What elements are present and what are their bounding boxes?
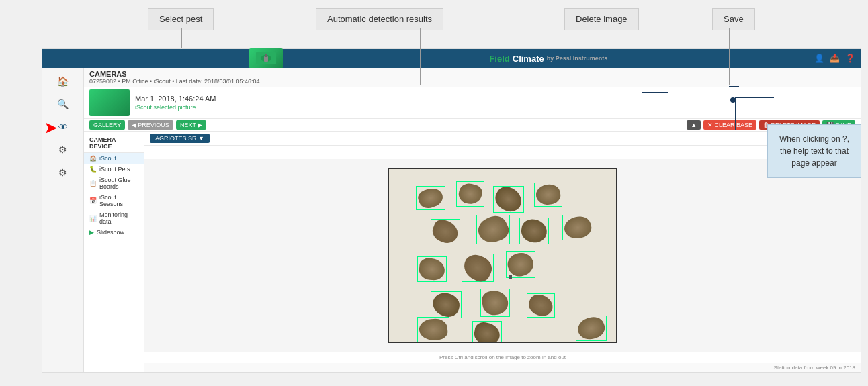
brand-field: Field xyxy=(489,54,509,64)
iscout-label: iScout xyxy=(99,155,116,162)
content-area: CAMERAS 07259082 • PM Office • iScout • … xyxy=(84,68,861,372)
slideshow-icon: ▶ xyxy=(89,229,94,236)
brand-logo: FieldClimate by Pessl Instruments xyxy=(489,54,607,64)
station-date: Mar 1, 2018, 1:46:24 AM xyxy=(135,95,216,103)
sidebar-icon-settings[interactable]: ⚙ xyxy=(50,139,77,160)
tooltip-delete-image: Delete image xyxy=(564,8,639,30)
sidebar-icon-search[interactable]: 🔍 xyxy=(50,93,77,115)
camera-image-container[interactable] xyxy=(144,159,861,352)
sidebar-item-slideshow[interactable]: ▶ Slideshow xyxy=(84,227,144,238)
previous-button[interactable]: ◀ PREVIOUS xyxy=(128,120,173,130)
left-panel: CAMERA DEVICE 🏠 iScout 🐛 iScout Pets 📋 i… xyxy=(84,132,144,372)
caption-text: Press Ctrl and scroll on the image to zo… xyxy=(439,354,566,360)
breadcrumb-bar: CAMERAS 07259082 • PM Office • iScout • … xyxy=(84,68,861,87)
content-inner: CAMERA DEVICE 🏠 iScout 🐛 iScout Pets 📋 i… xyxy=(84,132,861,372)
sidebar-item-monitoring[interactable]: 📊 Monitoring data xyxy=(84,209,144,227)
gallery-label: GALLERY xyxy=(93,122,121,128)
previous-icon: ◀ xyxy=(132,122,136,128)
tooltip-line-pest xyxy=(181,28,182,48)
pest-selector-row: AGRIOTES SR ▼ xyxy=(144,132,861,146)
device-nav-left: GALLERY ◀ PREVIOUS NEXT ▶ xyxy=(89,120,206,130)
next-button[interactable]: NEXT ▶ xyxy=(176,120,206,130)
small-moth-dot xyxy=(509,275,512,279)
section-title: CAMERAS xyxy=(89,70,855,78)
help-popup: When clicking on ?, the help text to tha… xyxy=(767,124,861,178)
sidebar-item-iscout-pets[interactable]: 🐛 iScout Pets xyxy=(84,164,144,175)
next-label: NEXT xyxy=(180,122,196,128)
image-area: AGRIOTES SR ▼ ● Helicoverpa armigera 🔵 xyxy=(144,132,861,372)
tooltip-line-detection xyxy=(420,28,421,85)
status-text: Station data from week 09 in 2018 xyxy=(774,365,855,371)
brand-climate: Climate xyxy=(513,54,544,64)
svg-rect-3 xyxy=(265,54,267,57)
tooltip-save: Save xyxy=(712,8,755,30)
glue-boards-icon: 📋 xyxy=(89,180,97,187)
monitoring-icon: 📊 xyxy=(89,215,97,222)
sidebar: 🏠 🔍 👁 ⚙ ⚙ xyxy=(42,68,84,372)
svg-rect-2 xyxy=(264,56,268,62)
connection-dot-help xyxy=(730,97,736,103)
previous-label: PREVIOUS xyxy=(138,122,169,128)
clear-base-label: ✕ CLEAR BASE xyxy=(707,122,752,128)
device-nav: GALLERY ◀ PREVIOUS NEXT ▶ ▲ ✕ CLEAR BASE xyxy=(84,119,861,132)
status-bar: Station data from week 09 in 2018 xyxy=(144,363,861,372)
help-popup-text: When clicking on ?, the help text to tha… xyxy=(779,134,849,168)
annotation-line-delete-h xyxy=(642,92,668,93)
help-icon[interactable]: ❓ xyxy=(845,54,855,63)
camera-image[interactable] xyxy=(388,168,617,343)
sidebar-item-seasons[interactable]: 📅 iScout Seasons xyxy=(84,192,144,209)
tooltip-auto-detection-label: Automatic detection results xyxy=(327,14,432,24)
annotation-line-help-v xyxy=(735,97,736,130)
iscout-icon: 🏠 xyxy=(89,155,97,162)
tooltip-line-save xyxy=(729,28,730,85)
monitoring-label: Monitoring data xyxy=(99,211,138,225)
upload-button[interactable]: ▲ xyxy=(687,120,701,130)
station-gallery-row: Mar 1, 2018, 1:46:24 AM iScout selected … xyxy=(84,87,861,119)
sidebar-icon-home[interactable]: 🏠 xyxy=(50,70,77,92)
pest-dropdown[interactable]: AGRIOTES SR ▼ xyxy=(150,134,210,143)
annotation-line-save-h xyxy=(729,86,739,87)
slideshow-label: Slideshow xyxy=(97,229,124,236)
pest-dropdown-label: AGRIOTES SR ▼ xyxy=(155,135,204,142)
tooltip-select-pest: Select pest xyxy=(148,8,214,30)
tooltip-select-pest-label: Select pest xyxy=(159,14,202,24)
top-nav: FieldClimate by Pessl Instruments 👤 📥 ❓ xyxy=(42,49,861,68)
sidebar-icon-config[interactable]: ⚙ xyxy=(50,162,77,183)
brand-by: by Pessl Instruments xyxy=(547,55,608,62)
download-icon[interactable]: 📥 xyxy=(830,54,840,63)
red-arrow: ➤ xyxy=(44,119,56,137)
iscout-pets-icon: 🐛 xyxy=(89,166,97,173)
iscout-pets-label: iScout Pets xyxy=(99,166,130,173)
nav-icons-right: 👤 📥 ❓ xyxy=(814,54,855,63)
gallery-button[interactable]: GALLERY xyxy=(89,120,125,130)
tooltip-line-delete xyxy=(642,28,642,92)
station-selected: iScout selected picture xyxy=(135,104,216,111)
breadcrumb-path: 07259082 • PM Office • iScout • Last dat… xyxy=(89,78,855,85)
tooltip-delete-image-label: Delete image xyxy=(576,14,627,24)
seasons-label: iScout Seasons xyxy=(99,194,138,207)
user-icon[interactable]: 👤 xyxy=(814,54,824,63)
sidebar-item-glue-boards[interactable]: 📋 iScout Glue Boards xyxy=(84,175,144,192)
main-layout: 🏠 🔍 👁 ⚙ ⚙ CAMERAS 07259082 • PM Office •… xyxy=(42,68,861,372)
sidebar-item-iscout[interactable]: 🏠 iScout xyxy=(84,153,144,164)
detection-row: ● Helicoverpa armigera 🔵 xyxy=(144,146,861,159)
device-label: CAMERA DEVICE xyxy=(84,134,144,153)
annotation-line-help-h xyxy=(736,97,774,98)
next-icon: ▶ xyxy=(198,122,202,128)
seasons-icon: 📅 xyxy=(89,197,97,204)
station-image-small xyxy=(89,89,130,116)
image-caption: Press Ctrl and scroll on the image to zo… xyxy=(144,352,861,363)
station-details: Mar 1, 2018, 1:46:24 AM iScout selected … xyxy=(135,95,216,111)
tooltip-auto-detection: Automatic detection results xyxy=(316,8,443,30)
station-thumbnail xyxy=(249,48,283,68)
tooltip-save-label: Save xyxy=(724,14,744,24)
clear-base-button[interactable]: ✕ CLEAR BASE xyxy=(703,120,756,130)
glue-boards-label: iScout Glue Boards xyxy=(99,177,138,190)
